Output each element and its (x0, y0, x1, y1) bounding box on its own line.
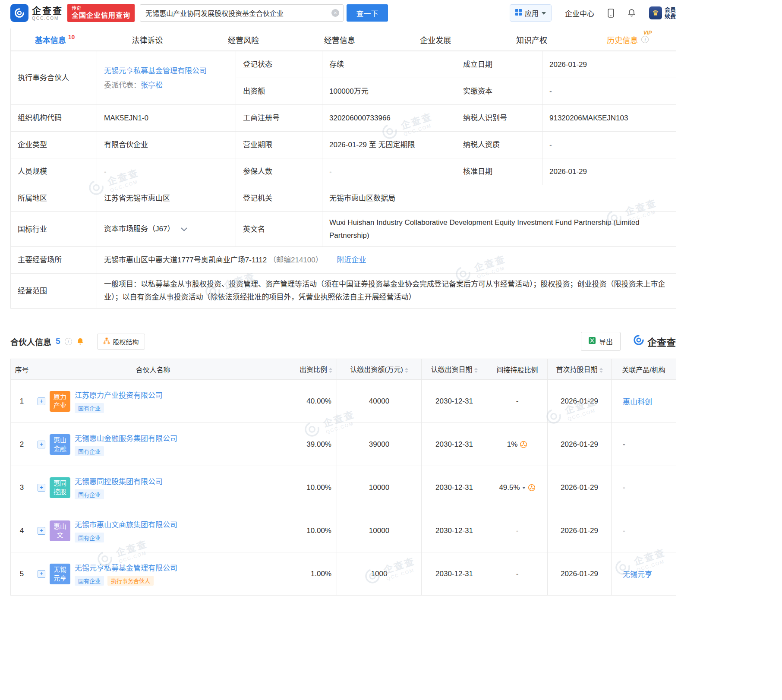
expand-row-button[interactable]: + (38, 441, 45, 448)
partner-row: 1 + 原力产业 江苏原力产业投资有限公司 国有企业 40.00% 40000 (11, 380, 676, 423)
apps-grid-icon (515, 9, 522, 17)
tab-intellectual-property[interactable]: 知识产权 (484, 28, 580, 50)
indirect-cell: - (487, 552, 548, 596)
value-business-scope: 一般项目：以私募基金从事股权投资、投资管理、资产管理等活动（须在中国证券投资基金… (97, 274, 676, 309)
membership-renew-label: 会员 续费 (665, 6, 676, 19)
label-company-type: 企业类型 (11, 132, 97, 158)
vip-badge: VIP (643, 30, 652, 36)
label-english-name: 英文名 (236, 212, 322, 247)
expand-row-button[interactable]: + (38, 570, 45, 578)
exec-partner-company-link[interactable]: 无锡元亨私募基金管理有限公司 (104, 67, 207, 75)
partner-name-cell: + 原力产业 江苏原力产业投资有限公司 国有企业 (33, 380, 273, 423)
tab-history-info[interactable]: 历史信息 VIP i (580, 28, 676, 50)
related-cell: - (612, 509, 676, 552)
partners-table: 序号 合伙人名称 出资比例 认缴出资额(万元) 认缴出资日期 间接持股比例 首次… (10, 359, 676, 596)
partner-name-link[interactable]: 无锡惠同控股集团有限公司 (75, 476, 163, 486)
partner-row: 3 + 惠同控股 无锡惠同控股集团有限公司 国有企业 10.00% 10000 (11, 466, 676, 509)
info-icon[interactable]: i (65, 338, 72, 345)
label-industry: 国标行业 (11, 212, 97, 247)
value-insured-count: - (322, 158, 456, 185)
qcc-home-link[interactable]: 企查查 QCC.COM (10, 4, 63, 22)
related-product-link[interactable]: 无锡元亨 (623, 571, 652, 579)
value-org-code: MAK5EJN1-0 (97, 105, 236, 132)
chevron-down-icon[interactable] (522, 487, 526, 491)
industry-chevron-down-icon[interactable] (181, 224, 187, 235)
qcc-logo-icon (633, 334, 645, 349)
value-business-term: 2026-01-29 至 无固定期限 (322, 132, 456, 158)
notification-bell-icon[interactable] (627, 9, 636, 17)
amount-cell: 10000 (337, 509, 422, 552)
date-cell: 2030-12-31 (422, 380, 487, 423)
apps-label: 应用 (525, 8, 539, 18)
brand-domain: QCC.COM (32, 16, 63, 21)
search-button[interactable]: 查一下 (347, 4, 388, 22)
tab-legal-proceedings[interactable]: 法律诉讼 (99, 28, 196, 50)
indirect-cell: - (487, 380, 548, 423)
value-reg-status: 存续 (322, 51, 456, 78)
state-owned-tag: 国有企业 (75, 576, 104, 586)
value-capital: 100000万元 (322, 78, 456, 105)
expand-row-button[interactable]: + (38, 397, 45, 405)
tab-operation-risk[interactable]: 经营风险 (196, 28, 292, 50)
state-owned-tag: 国有企业 (75, 489, 104, 499)
membership-renew-button[interactable]: ♛ 会员 续费 (649, 6, 676, 19)
org-chart-icon (103, 337, 110, 346)
mobile-app-icon[interactable] (608, 9, 614, 18)
partner-name-link[interactable]: 无锡惠山金融服务集团有限公司 (75, 432, 177, 443)
detail-tabs: 基本信息 10 法律诉讼 经营风险 经营信息 企业发展 知识产权 历史信息 VI… (10, 28, 676, 51)
value-taxpayer-id: 91320206MAK5EJN103 (542, 105, 676, 132)
enterprise-center-link[interactable]: 企业中心 (565, 8, 594, 19)
search-input[interactable] (140, 4, 344, 22)
label-business-scope: 经营范围 (11, 274, 97, 309)
label-taxpayer-id: 纳税人识别号 (456, 105, 542, 132)
delegate-name-link[interactable]: 张亭松 (141, 81, 163, 89)
executive-partner-tag: 执行事务合伙人 (107, 576, 154, 586)
partner-name-link[interactable]: 无锡元亨私募基金管理有限公司 (75, 562, 177, 573)
first-date-cell: 2026-01-29 (548, 466, 612, 509)
partner-name-link[interactable]: 无锡市惠山文商旅集团有限公司 (75, 519, 177, 530)
date-cell: 2030-12-31 (422, 423, 487, 466)
amount-cell: 39000 (337, 423, 422, 466)
expand-row-button[interactable]: + (38, 527, 45, 535)
qcc-watermark-logo: 企查查 (633, 334, 676, 349)
column-first-holding-date[interactable]: 首次持股日期 (548, 359, 612, 380)
export-button[interactable]: 导出 (581, 332, 621, 351)
row-no: 2 (11, 423, 33, 466)
crown-icon: ♛ (649, 6, 662, 19)
equity-penetration-icon[interactable] (520, 441, 527, 448)
column-ratio[interactable]: 出资比例 (273, 359, 337, 380)
indirect-cell: 1% (487, 423, 548, 466)
brand-name: 企查查 (32, 6, 63, 16)
partner-name-link[interactable]: 江苏原力产业投资有限公司 (75, 389, 163, 400)
amount-cell: 10000 (337, 466, 422, 509)
equity-penetration-icon[interactable] (528, 484, 536, 492)
partner-avatar: 惠山文 (50, 520, 70, 541)
related-cell: 无锡元亨 (612, 552, 676, 596)
tab-basic-info[interactable]: 基本信息 10 (10, 28, 99, 50)
column-subscribed-amount[interactable]: 认缴出资额(万元) (337, 359, 422, 380)
clear-search-icon[interactable]: × (331, 9, 339, 17)
tab-company-development[interactable]: 企业发展 (388, 28, 484, 50)
qcc-logo-icon (10, 4, 28, 22)
sort-icon (329, 366, 332, 375)
subscribe-bell-icon[interactable] (76, 337, 84, 346)
tab-basic-info-label: 基本信息 (35, 34, 66, 45)
equity-structure-button[interactable]: 股权结构 (97, 334, 145, 350)
row-no: 1 (11, 380, 33, 423)
nearby-companies-link[interactable]: 附近企业 (337, 256, 366, 264)
related-product-link[interactable]: 惠山科创 (623, 398, 652, 406)
label-org-code: 组织机构代码 (11, 105, 97, 132)
partner-avatar: 原力产业 (50, 391, 70, 412)
sort-icon (599, 366, 603, 375)
search-bar: × 查一下 (140, 4, 388, 22)
partner-name-cell: + 惠山金融 无锡惠山金融服务集团有限公司 国有企业 (33, 423, 273, 466)
column-subscribed-date[interactable]: 认缴出资日期 (422, 359, 487, 380)
amount-cell: 40000 (337, 380, 422, 423)
apps-menu-button[interactable]: 应用 (510, 4, 552, 22)
partners-header: 合伙人信息 5 i 股权结构 导出 (10, 332, 676, 351)
ratio-cell: 10.00% (273, 466, 337, 509)
info-icon[interactable]: i (641, 36, 649, 43)
row-no: 3 (11, 466, 33, 509)
expand-row-button[interactable]: + (38, 484, 45, 492)
tab-operation-info[interactable]: 经营信息 (291, 28, 388, 50)
